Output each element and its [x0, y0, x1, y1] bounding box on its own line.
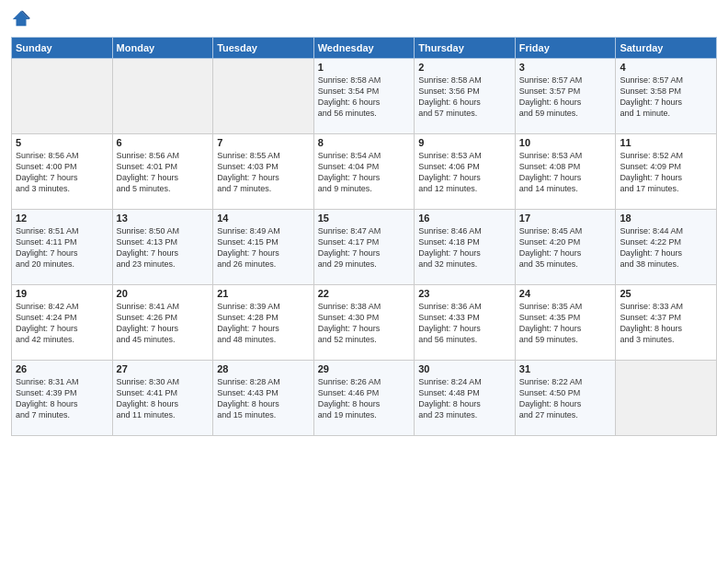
day-number: 2	[418, 62, 511, 73]
day-number: 20	[117, 288, 210, 299]
day-header-monday: Monday	[112, 38, 213, 59]
day-number: 8	[318, 137, 411, 148]
day-info: Sunrise: 8:39 AM Sunset: 4:28 PM Dayligh…	[217, 301, 310, 346]
calendar-cell: 7Sunrise: 8:55 AM Sunset: 4:03 PM Daylig…	[213, 134, 314, 210]
day-info: Sunrise: 8:44 AM Sunset: 4:22 PM Dayligh…	[620, 225, 712, 270]
day-info: Sunrise: 8:30 AM Sunset: 4:41 PM Dayligh…	[117, 376, 210, 421]
day-number: 19	[16, 288, 108, 299]
calendar-cell	[12, 59, 113, 134]
day-number: 13	[117, 213, 210, 224]
calendar-cell: 14Sunrise: 8:49 AM Sunset: 4:15 PM Dayli…	[213, 210, 314, 285]
day-number: 1	[318, 62, 411, 73]
day-info: Sunrise: 8:22 AM Sunset: 4:50 PM Dayligh…	[519, 376, 612, 421]
day-info: Sunrise: 8:54 AM Sunset: 4:04 PM Dayligh…	[318, 150, 411, 195]
calendar-cell: 4Sunrise: 8:57 AM Sunset: 3:58 PM Daylig…	[616, 59, 717, 134]
day-number: 27	[117, 363, 210, 374]
calendar-cell: 13Sunrise: 8:50 AM Sunset: 4:13 PM Dayli…	[112, 210, 213, 285]
day-header-sunday: Sunday	[12, 38, 113, 59]
day-number: 12	[16, 213, 108, 224]
calendar-week-5: 26Sunrise: 8:31 AM Sunset: 4:39 PM Dayli…	[12, 361, 717, 436]
calendar-cell: 6Sunrise: 8:56 AM Sunset: 4:01 PM Daylig…	[112, 134, 213, 210]
calendar-cell: 11Sunrise: 8:52 AM Sunset: 4:09 PM Dayli…	[616, 134, 717, 210]
logo	[11, 9, 35, 29]
day-number: 24	[519, 288, 612, 299]
day-number: 21	[217, 288, 310, 299]
calendar-cell	[616, 361, 717, 436]
calendar-cell: 8Sunrise: 8:54 AM Sunset: 4:04 PM Daylig…	[313, 134, 415, 210]
day-header-friday: Friday	[515, 38, 616, 59]
day-info: Sunrise: 8:26 AM Sunset: 4:46 PM Dayligh…	[318, 376, 411, 421]
day-info: Sunrise: 8:36 AM Sunset: 4:33 PM Dayligh…	[418, 301, 511, 346]
calendar-cell: 20Sunrise: 8:41 AM Sunset: 4:26 PM Dayli…	[112, 285, 213, 361]
calendar-cell: 27Sunrise: 8:30 AM Sunset: 4:41 PM Dayli…	[112, 361, 213, 436]
calendar-header-row: SundayMondayTuesdayWednesdayThursdayFrid…	[12, 38, 717, 59]
day-number: 29	[318, 363, 411, 374]
day-info: Sunrise: 8:56 AM Sunset: 4:00 PM Dayligh…	[16, 150, 108, 195]
calendar-cell: 28Sunrise: 8:28 AM Sunset: 4:43 PM Dayli…	[213, 361, 314, 436]
calendar-cell: 12Sunrise: 8:51 AM Sunset: 4:11 PM Dayli…	[12, 210, 113, 285]
calendar-cell: 16Sunrise: 8:46 AM Sunset: 4:18 PM Dayli…	[415, 210, 516, 285]
day-number: 6	[117, 137, 210, 148]
day-number: 26	[16, 363, 108, 374]
calendar-cell: 25Sunrise: 8:33 AM Sunset: 4:37 PM Dayli…	[616, 285, 717, 361]
day-number: 18	[620, 213, 712, 224]
day-info: Sunrise: 8:51 AM Sunset: 4:11 PM Dayligh…	[16, 225, 108, 270]
day-number: 4	[620, 62, 712, 73]
calendar-cell: 19Sunrise: 8:42 AM Sunset: 4:24 PM Dayli…	[12, 285, 113, 361]
day-info: Sunrise: 8:46 AM Sunset: 4:18 PM Dayligh…	[418, 225, 511, 270]
calendar-cell: 17Sunrise: 8:45 AM Sunset: 4:20 PM Dayli…	[515, 210, 616, 285]
calendar-week-4: 19Sunrise: 8:42 AM Sunset: 4:24 PM Dayli…	[12, 285, 717, 361]
calendar-cell: 24Sunrise: 8:35 AM Sunset: 4:35 PM Dayli…	[515, 285, 616, 361]
calendar-cell: 26Sunrise: 8:31 AM Sunset: 4:39 PM Dayli…	[12, 361, 113, 436]
calendar-table: SundayMondayTuesdayWednesdayThursdayFrid…	[11, 37, 717, 436]
day-info: Sunrise: 8:24 AM Sunset: 4:48 PM Dayligh…	[418, 376, 511, 421]
calendar-cell: 3Sunrise: 8:57 AM Sunset: 3:57 PM Daylig…	[515, 59, 616, 134]
day-header-wednesday: Wednesday	[313, 38, 415, 59]
day-header-tuesday: Tuesday	[213, 38, 314, 59]
day-info: Sunrise: 8:31 AM Sunset: 4:39 PM Dayligh…	[16, 376, 108, 421]
calendar-cell: 30Sunrise: 8:24 AM Sunset: 4:48 PM Dayli…	[415, 361, 516, 436]
logo-icon	[11, 9, 31, 29]
day-number: 30	[418, 363, 511, 374]
day-number: 22	[318, 288, 411, 299]
calendar-cell	[112, 59, 213, 134]
day-info: Sunrise: 8:57 AM Sunset: 3:58 PM Dayligh…	[620, 75, 712, 120]
day-info: Sunrise: 8:49 AM Sunset: 4:15 PM Dayligh…	[217, 225, 310, 270]
day-number: 28	[217, 363, 310, 374]
day-info: Sunrise: 8:50 AM Sunset: 4:13 PM Dayligh…	[117, 225, 210, 270]
day-number: 31	[519, 363, 612, 374]
day-info: Sunrise: 8:56 AM Sunset: 4:01 PM Dayligh…	[117, 150, 210, 195]
day-info: Sunrise: 8:58 AM Sunset: 3:56 PM Dayligh…	[418, 75, 511, 120]
day-info: Sunrise: 8:28 AM Sunset: 4:43 PM Dayligh…	[217, 376, 310, 421]
day-number: 14	[217, 213, 310, 224]
day-number: 5	[16, 137, 108, 148]
day-number: 10	[519, 137, 612, 148]
calendar-cell: 9Sunrise: 8:53 AM Sunset: 4:06 PM Daylig…	[415, 134, 516, 210]
calendar-cell: 29Sunrise: 8:26 AM Sunset: 4:46 PM Dayli…	[313, 361, 415, 436]
calendar-cell: 18Sunrise: 8:44 AM Sunset: 4:22 PM Dayli…	[616, 210, 717, 285]
day-info: Sunrise: 8:53 AM Sunset: 4:08 PM Dayligh…	[519, 150, 612, 195]
calendar-week-2: 5Sunrise: 8:56 AM Sunset: 4:00 PM Daylig…	[12, 134, 717, 210]
day-info: Sunrise: 8:47 AM Sunset: 4:17 PM Dayligh…	[318, 225, 411, 270]
day-number: 25	[620, 288, 712, 299]
day-number: 17	[519, 213, 612, 224]
day-info: Sunrise: 8:35 AM Sunset: 4:35 PM Dayligh…	[519, 301, 612, 346]
day-info: Sunrise: 8:55 AM Sunset: 4:03 PM Dayligh…	[217, 150, 310, 195]
day-info: Sunrise: 8:57 AM Sunset: 3:57 PM Dayligh…	[519, 75, 612, 120]
day-number: 11	[620, 137, 712, 148]
calendar-page: SundayMondayTuesdayWednesdayThursdayFrid…	[0, 0, 728, 563]
calendar-week-1: 1Sunrise: 8:58 AM Sunset: 3:54 PM Daylig…	[12, 59, 717, 134]
calendar-cell: 1Sunrise: 8:58 AM Sunset: 3:54 PM Daylig…	[313, 59, 415, 134]
svg-marker-0	[13, 11, 29, 27]
calendar-cell: 21Sunrise: 8:39 AM Sunset: 4:28 PM Dayli…	[213, 285, 314, 361]
day-info: Sunrise: 8:33 AM Sunset: 4:37 PM Dayligh…	[620, 301, 712, 346]
day-number: 23	[418, 288, 511, 299]
calendar-cell: 5Sunrise: 8:56 AM Sunset: 4:00 PM Daylig…	[12, 134, 113, 210]
day-info: Sunrise: 8:53 AM Sunset: 4:06 PM Dayligh…	[418, 150, 511, 195]
day-info: Sunrise: 8:38 AM Sunset: 4:30 PM Dayligh…	[318, 301, 411, 346]
calendar-cell: 23Sunrise: 8:36 AM Sunset: 4:33 PM Dayli…	[415, 285, 516, 361]
day-number: 15	[318, 213, 411, 224]
day-header-thursday: Thursday	[415, 38, 516, 59]
day-header-saturday: Saturday	[616, 38, 717, 59]
day-number: 3	[519, 62, 612, 73]
